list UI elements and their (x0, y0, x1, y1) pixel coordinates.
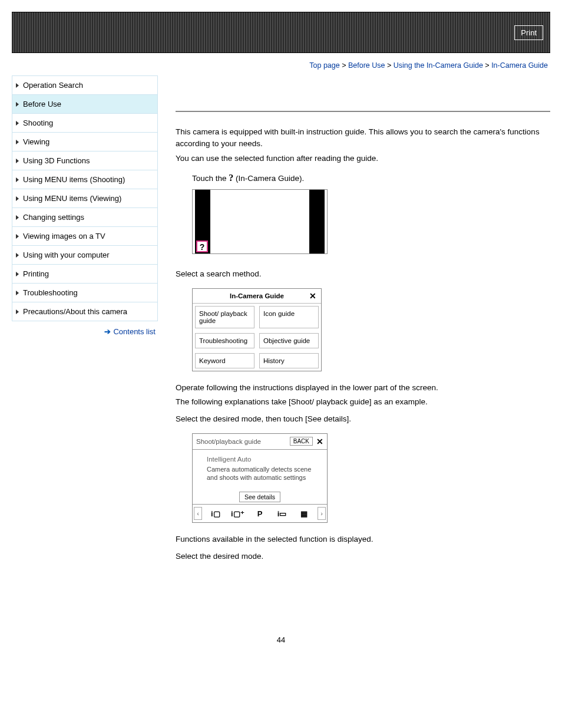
step-1-pre: Touch the (192, 174, 229, 183)
triangle-right-icon (16, 83, 19, 88)
triangle-right-icon (16, 253, 19, 258)
triangle-right-icon (16, 102, 19, 107)
arrow-right-icon: ➔ (104, 327, 111, 336)
intro-text-1: This camera is equipped with built-in in… (176, 126, 550, 150)
black-bar-right (309, 190, 325, 253)
sidebar-item-label: Viewing images on a TV (23, 232, 105, 241)
sidebar-item[interactable]: Using MENU items (Shooting) (12, 170, 157, 189)
chevron-right-icon[interactable]: › (318, 507, 326, 520)
triangle-right-icon (16, 215, 19, 220)
breadcrumb-current: In-Camera Guide (491, 61, 548, 70)
mode-icon[interactable]: i▢ (204, 509, 227, 518)
sidebar-item[interactable]: Printing (12, 265, 157, 284)
after-text-1: Functions available in the selected func… (176, 533, 550, 545)
operate-text-1: Operate following the instructions displ… (176, 382, 550, 394)
sidebar-item-label: Viewing (23, 137, 49, 146)
sidebar-item[interactable]: Using 3D Functions (12, 151, 157, 170)
sidebar-item[interactable]: Viewing (12, 133, 157, 151)
guide-menu-title-bar: In-Camera Guide ✕ (193, 289, 321, 304)
sidebar-item-label: Using with your computer (23, 251, 110, 259)
print-button[interactable]: Print (514, 25, 543, 40)
shoot-guide-title: Shoot/playback guide (196, 438, 290, 445)
shoot-guide-title-bar: Shoot/playback guide BACK ✕ (193, 434, 327, 450)
triangle-right-icon (16, 121, 19, 126)
sidebar-item[interactable]: Precautions/About this camera (12, 302, 157, 321)
sidebar-item[interactable]: Using with your computer (12, 246, 157, 265)
mode-icon[interactable]: i▭ (271, 509, 293, 518)
sidebar-item-label: Using 3D Functions (23, 156, 90, 165)
mode-icon[interactable]: P (249, 509, 271, 518)
back-button[interactable]: BACK (290, 437, 313, 446)
see-details-button[interactable]: See details (239, 492, 280, 502)
contents-list-link[interactable]: Contents list (113, 327, 156, 336)
mode-strip: ‹ i▢i▢⁺Pi▭▦ › (193, 504, 327, 522)
step-2-text: Select a search method. (176, 268, 550, 280)
after-text-2: Select the desired mode. (176, 551, 550, 562)
guide-menu-cell[interactable]: Keyword (195, 353, 254, 368)
see-details-row: See details (193, 493, 327, 500)
header-stripe: Print (12, 12, 550, 53)
sidebar-item[interactable]: Before Use (12, 95, 157, 114)
sidebar-item-label: Precautions/About this camera (23, 307, 127, 316)
shoot-playback-guide-screen: Shoot/playback guide BACK ✕ Intelligent … (192, 433, 328, 523)
step-1-post: (In-Camera Guide). (233, 174, 304, 183)
breadcrumb-using-guide[interactable]: Using the In-Camera Guide (394, 61, 483, 70)
mode-icon[interactable]: ▦ (293, 509, 315, 518)
in-camera-guide-menu: In-Camera Guide ✕ Shoot/ playback guideI… (192, 288, 322, 371)
sidebar-item[interactable]: Changing settings (12, 208, 157, 227)
guide-menu-cell[interactable]: History (259, 353, 319, 368)
sidebar-item[interactable]: Troubleshooting (12, 284, 157, 302)
sidebar-item-label: Using MENU items (Shooting) (23, 175, 125, 184)
sidebar-item[interactable]: Shooting (12, 114, 157, 133)
guide-menu-cell[interactable]: Icon guide (259, 306, 319, 328)
step-1-text: Touch the ? (In-Camera Guide). (192, 173, 550, 183)
sidebar-item[interactable]: Operation Search (12, 76, 157, 95)
breadcrumb-sep: > (385, 61, 393, 70)
camera-screen-touch-guide: ? (192, 189, 328, 254)
close-icon[interactable]: ✕ (316, 437, 323, 446)
sidebar: Operation SearchBefore UseShootingViewin… (12, 75, 158, 336)
breadcrumb: Top page > Before Use > Using the In-Cam… (12, 53, 550, 75)
triangle-right-icon (16, 177, 19, 182)
guide-menu-cell[interactable]: Shoot/ playback guide (195, 306, 254, 328)
main-content: This camera is equipped with built-in in… (176, 75, 550, 565)
triangle-right-icon (16, 234, 19, 239)
page-number: 44 (12, 635, 550, 644)
operate-text-2: The following explanations take [Shoot/ … (176, 396, 550, 408)
in-camera-guide-icon: ? (196, 241, 208, 252)
triangle-right-icon (16, 291, 19, 295)
breadcrumb-top[interactable]: Top page (309, 61, 339, 70)
triangle-right-icon (16, 140, 19, 144)
breadcrumb-sep: > (340, 61, 348, 70)
triangle-right-icon (16, 159, 19, 163)
triangle-right-icon (16, 309, 19, 314)
chevron-left-icon[interactable]: ‹ (194, 507, 202, 520)
sidebar-item-label: Shooting (23, 118, 53, 127)
sidebar-item-label: Changing settings (23, 213, 84, 222)
mode-name: Intelligent Auto (207, 456, 319, 463)
triangle-right-icon (16, 272, 19, 276)
intro-text-2: You can use the selected function after … (176, 153, 550, 164)
sidebar-item[interactable]: Viewing images on a TV (12, 227, 157, 246)
mode-icon[interactable]: i▢⁺ (227, 509, 249, 518)
guide-menu-cell[interactable]: Objective guide (259, 333, 319, 348)
close-icon[interactable]: ✕ (309, 291, 316, 301)
divider (176, 111, 550, 112)
sidebar-item-label: Operation Search (23, 81, 83, 90)
sidebar-item-label: Printing (23, 269, 49, 278)
mode-description: Camera automatically detects scene and s… (207, 465, 319, 482)
sidebar-item[interactable]: Using MENU items (Viewing) (12, 189, 157, 208)
guide-menu-title: In-Camera Guide (230, 292, 284, 299)
guide-menu-cell[interactable]: Troubleshooting (195, 333, 254, 348)
breadcrumb-before-use[interactable]: Before Use (348, 61, 385, 70)
triangle-right-icon (16, 196, 19, 201)
breadcrumb-sep: > (483, 61, 491, 70)
sidebar-item-label: Using MENU items (Viewing) (23, 194, 121, 203)
contents-list-row: ➔Contents list (12, 321, 158, 336)
sidebar-item-label: Troubleshooting (23, 288, 78, 297)
sidebar-item-label: Before Use (23, 100, 61, 108)
step-3-text: Select the desired mode, then touch [See… (176, 413, 550, 425)
